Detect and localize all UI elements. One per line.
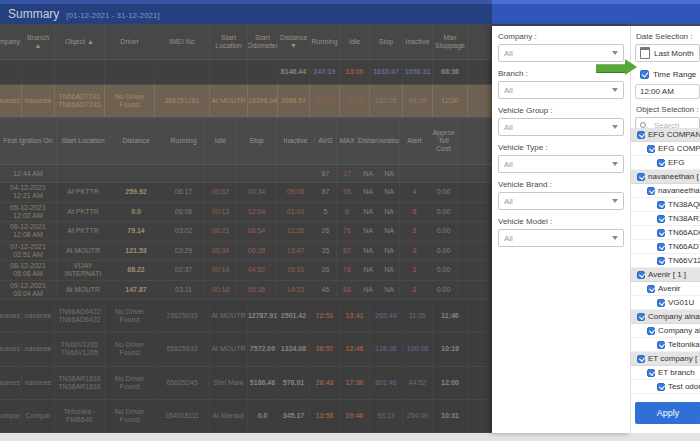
chevron-down-icon [612,199,618,203]
cell: 00:14 [205,261,237,280]
cell: 78 [337,261,358,280]
cell [0,60,22,84]
cell: navanes [0,333,22,365]
time-range-checkbox[interactable] [640,70,649,79]
column-header-running[interactable]: Running [310,24,340,59]
checkbox-checked-icon[interactable] [647,369,655,377]
time-input[interactable]: 12:00 AM [635,84,700,99]
apply-button[interactable]: Apply [635,402,700,424]
tree-item-branch[interactable]: ET branch [631,366,700,380]
vehicle-group-filter-select[interactable]: All [498,118,624,136]
cell: 11:46 [433,300,468,332]
cell [430,165,458,182]
cell: NA [379,281,400,300]
tree-item-object[interactable]: TN66AD7241 [631,240,700,254]
cell: 65625245 [155,367,210,399]
checkbox-checked-icon[interactable] [647,327,655,335]
checkbox-checked-icon[interactable] [657,341,665,349]
checkbox-checked-icon[interactable] [657,215,665,223]
cell: No Driver Found [105,333,155,365]
checkbox-checked-icon[interactable] [657,229,665,237]
cell: 01:03 [277,203,315,222]
tree-item-object[interactable]: TN66AD6422 [631,226,700,240]
checkbox-checked-icon[interactable] [657,243,665,251]
cell: 09:05 [277,183,315,202]
column-header-company[interactable]: Company [0,24,22,59]
cell: 06:17 [163,183,205,202]
tree-item-company[interactable]: navaneethan [ 1 ] [631,170,700,184]
tree-item-object[interactable]: VG01U [631,296,700,310]
filter-label: Vehicle Brand : [498,180,624,189]
tree-item-company[interactable]: Avenir [ 1 ] [631,268,700,282]
tree-item-company[interactable]: ET company [ 1 ] [631,352,700,366]
column-header-stop[interactable]: Stop [370,24,403,59]
tree-item-object[interactable]: TN66V1265 [631,254,700,268]
total-running: 247:19 [310,60,340,84]
vehicle-type-filter-select[interactable]: All [498,155,624,173]
cell: 0.00 [430,183,458,202]
column-header-object[interactable]: Object ▲ [55,24,105,59]
tree-item-object[interactable]: Teltonika [631,338,700,352]
cell: 100:18 [403,333,433,365]
filter-label: Vehicle Type : [498,143,624,152]
column-header-branch[interactable]: Branch ▲ [22,24,55,59]
column-header-inactive[interactable]: Inactive [403,24,433,59]
branch-filter-select[interactable]: All [498,81,624,99]
cell [248,60,278,84]
cell: 10:19 [433,333,468,365]
cell [163,165,205,182]
tree-item-object[interactable]: TN38AQ0667 [631,198,700,212]
tree-item-object[interactable]: EFG [631,156,700,170]
vehicle-model-filter-select[interactable]: All [498,229,624,247]
tree-item-object[interactable]: TN38AR1816 [631,212,700,226]
checkbox-checked-icon[interactable] [647,145,655,153]
cell: NA [358,242,379,261]
cell: 0.00 [430,281,458,300]
column-header-distance[interactable]: Distance ▼ [278,24,310,59]
cell: 801:46 [370,367,403,399]
column-header-idle[interactable]: Idle [340,24,370,59]
cell: 06-12-202112:08 AM [0,222,57,241]
date-range-select[interactable]: Last Month [635,44,700,62]
checkbox-checked-icon[interactable] [647,285,655,293]
checkbox-checked-icon[interactable] [657,257,665,265]
checkbox-checked-icon[interactable] [637,131,645,139]
cell: 04-12-202112:21 AM [0,183,57,202]
checkbox-checked-icon[interactable] [657,159,665,167]
cell: 46 [315,281,337,300]
cell: At MOUTR [210,300,248,332]
total-idle: 13:06 [340,60,370,84]
cell: 87 [315,183,337,202]
checkbox-checked-icon[interactable] [637,355,645,363]
cell: 13:47 [277,242,315,261]
checkbox-checked-icon[interactable] [637,313,645,321]
tree-item-branch[interactable]: Avenir [631,282,700,296]
column-header-driver[interactable]: Driver [105,24,155,59]
cell: 17:30 [340,367,370,399]
filter-panel: Company : All Branch : All Vehicle Group… [492,26,630,433]
column-header-start-odometer[interactable]: Start Odometer [248,24,278,59]
cell: 2 [400,281,430,300]
checkbox-checked-icon[interactable] [637,173,645,181]
tree-item-branch[interactable]: EFG COMPANY [631,142,700,156]
checkbox-checked-icon[interactable] [657,201,665,209]
cell: 07-12-202102:51 AM [0,242,57,261]
tree-item-company[interactable]: Company alnas [ 1 ] [631,310,700,324]
tree-item-company[interactable]: EFG COMPANY [ 1 ] [631,128,700,142]
cell: 04:34 [237,183,277,202]
tree-item-object[interactable]: Test odometer [631,380,700,394]
checkbox-checked-icon[interactable] [647,187,655,195]
checkbox-checked-icon[interactable] [657,299,665,307]
tree-item-branch[interactable]: Company alnas [631,324,700,338]
cell: Teltonika -FMB640 [55,400,105,432]
column-header-imei[interactable]: IMEI No [155,24,210,59]
checkbox-checked-icon[interactable] [637,271,645,279]
cell: 03:11 [163,281,205,300]
cell: 26 [315,261,337,280]
column-header-max-stoppage[interactable]: Max Stoppage [433,24,468,59]
tree-item-branch[interactable]: navaneethan [631,184,700,198]
cell: 23625033 [155,300,210,332]
vehicle-brand-filter-select[interactable]: All [498,192,624,210]
column-header-start-location[interactable]: Start Location [210,24,248,59]
checkbox-checked-icon[interactable] [657,383,665,391]
